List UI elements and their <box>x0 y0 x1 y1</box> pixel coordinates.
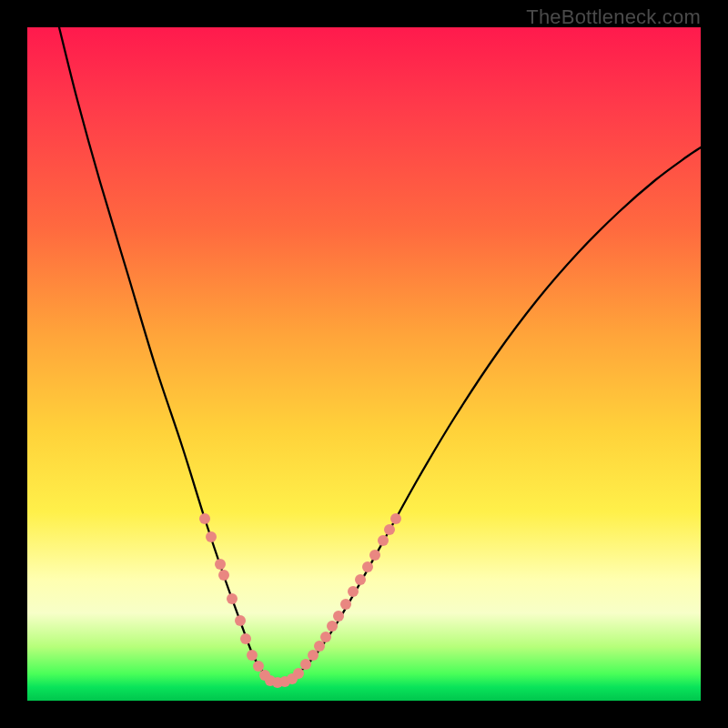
scatter-dot <box>247 650 258 661</box>
scatter-dot <box>369 550 380 561</box>
bottleneck-curve <box>59 27 701 683</box>
scatter-dot <box>390 513 401 524</box>
scatter-dot <box>384 524 395 535</box>
scatter-dot <box>227 593 238 604</box>
plot-area <box>27 27 701 701</box>
scatter-dot <box>235 615 246 626</box>
scatter-dot <box>308 650 318 661</box>
scatter-dot <box>314 641 325 652</box>
scatter-dot <box>240 633 251 644</box>
scatter-dot <box>348 586 359 597</box>
scatter-dot <box>206 531 217 542</box>
scatter-dot <box>300 659 311 670</box>
scatter-dot <box>362 561 373 572</box>
scatter-dot <box>340 599 351 610</box>
scatter-dot <box>327 621 338 632</box>
scatter-dot <box>333 611 344 622</box>
scatter-dot <box>355 574 366 585</box>
scatter-dot <box>215 559 226 570</box>
scatter-dot <box>253 661 264 672</box>
scatter-dot <box>320 632 331 642</box>
scatter-dots <box>199 513 401 688</box>
chart-frame: TheBottleneck.com <box>0 0 728 728</box>
watermark-text: TheBottleneck.com <box>526 5 701 29</box>
scatter-dot <box>218 570 229 581</box>
scatter-dot <box>293 668 304 679</box>
scatter-dot <box>199 513 210 524</box>
chart-svg <box>27 27 701 701</box>
scatter-dot <box>378 535 389 546</box>
